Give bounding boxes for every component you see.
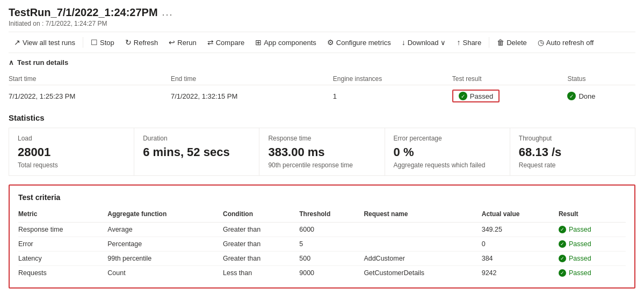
gear-icon: ⚙ xyxy=(327,38,334,47)
section-label: Test run details xyxy=(17,58,68,66)
chevron-down-icon: ∨ xyxy=(440,39,446,47)
criteria-metric-1: Error xyxy=(18,237,107,252)
col-aggregate: Aggregate function xyxy=(107,208,223,223)
view-all-runs-button[interactable]: ↗ View all test runs xyxy=(9,35,81,49)
col-metric: Metric xyxy=(18,208,107,223)
criteria-row: RequestsCountLess than9000GetCustomerDet… xyxy=(18,266,626,280)
download-icon: ↓ xyxy=(402,38,406,47)
more-options-button[interactable]: ... xyxy=(162,7,173,18)
criteria-aggregate-1: Percentage xyxy=(107,237,223,252)
criteria-aggregate-2: 99th percentile xyxy=(107,252,223,266)
engine-instances-value: 1 xyxy=(333,85,452,105)
table-row: 7/1/2022, 1:25:23 PM 7/1/2022, 1:32:15 P… xyxy=(9,85,635,105)
trash-icon: 🗑 xyxy=(497,38,504,47)
start-time-value: 7/1/2022, 1:25:23 PM xyxy=(9,85,171,105)
load-card: Load 28001 Total requests xyxy=(9,128,134,175)
throughput-label: Throughput xyxy=(519,135,626,142)
load-value: 28001 xyxy=(18,145,125,159)
test-run-details-toggle[interactable]: ∧ Test run details xyxy=(9,58,635,66)
criteria-condition-1: Greater than xyxy=(223,237,299,252)
criteria-row: Response timeAverageGreater than6000349.… xyxy=(18,223,626,237)
refresh-button[interactable]: ↻ Refresh xyxy=(120,35,164,49)
stats-cards: Load 28001 Total requests Duration 6 min… xyxy=(9,128,635,176)
configure-metrics-button[interactable]: ⚙ Configure metrics xyxy=(322,35,396,49)
load-sub: Total requests xyxy=(18,161,125,169)
error-percentage-sub: Aggregate requests which failed xyxy=(394,161,501,169)
duration-card: Duration 6 mins, 52 secs xyxy=(134,128,259,175)
criteria-actual_value-1: 0 xyxy=(482,237,559,252)
delete-button[interactable]: 🗑 Delete xyxy=(491,35,532,49)
link-icon: ↗ xyxy=(14,38,20,47)
error-percentage-value: 0 % xyxy=(394,145,501,159)
test-result-value: ✓ Passed xyxy=(452,85,568,105)
criteria-aggregate-0: Average xyxy=(107,223,223,237)
criteria-actual_value-0: 349.25 xyxy=(482,223,559,237)
passed-icon: ✓ xyxy=(559,226,566,233)
criteria-actual_value-3: 9242 xyxy=(482,266,559,280)
response-time-value: 383.00 ms xyxy=(268,145,375,159)
share-icon: ↑ xyxy=(457,38,460,47)
criteria-title: Test criteria xyxy=(18,193,626,202)
status-value: ✓ Done xyxy=(567,85,635,105)
download-button[interactable]: ↓ Download ∨ xyxy=(396,35,452,49)
response-time-card: Response time 383.00 ms 90th percentile … xyxy=(259,128,385,175)
details-table: Start time End time Engine instances Tes… xyxy=(9,73,635,105)
criteria-row: Latency99th percentileGreater than500Add… xyxy=(18,252,626,266)
criteria-metric-2: Latency xyxy=(18,252,107,266)
compare-button[interactable]: ⇄ Compare xyxy=(202,35,250,49)
toolbar-divider xyxy=(83,37,83,48)
col-status: Status xyxy=(567,73,635,85)
col-threshold: Threshold xyxy=(299,208,364,223)
chevron-up-icon: ∧ xyxy=(9,58,14,66)
stop-button[interactable]: ☐ Stop xyxy=(85,35,120,49)
auto-refresh-button[interactable]: ◷ Auto refresh off xyxy=(532,35,599,49)
passed-icon: ✓ xyxy=(559,255,566,262)
test-result-label: Passed xyxy=(470,92,493,100)
share-button[interactable]: ↑ Share xyxy=(451,35,487,49)
error-percentage-card: Error percentage 0 % Aggregate requests … xyxy=(385,128,510,175)
response-time-label: Response time xyxy=(268,135,375,142)
toolbar-divider-2 xyxy=(489,37,489,48)
criteria-result-3: ✓Passed xyxy=(559,266,626,280)
col-start-time: Start time xyxy=(9,73,171,85)
duration-value: 6 mins, 52 secs xyxy=(143,145,250,159)
criteria-table: Metric Aggregate function Condition Thre… xyxy=(18,208,626,280)
passed-check-icon: ✓ xyxy=(459,92,467,100)
rerun-icon: ↩ xyxy=(169,38,175,47)
throughput-card: Throughput 68.13 /s Request rate xyxy=(510,128,635,175)
criteria-condition-3: Less than xyxy=(223,266,299,280)
criteria-row: ErrorPercentageGreater than50✓Passed xyxy=(18,237,626,252)
col-request-name: Request name xyxy=(364,208,481,223)
test-criteria-box: Test criteria Metric Aggregate function … xyxy=(9,184,635,289)
refresh-icon: ↻ xyxy=(125,38,132,47)
response-time-sub: 90th percentile response time xyxy=(268,161,375,169)
clock-icon: ◷ xyxy=(538,38,544,47)
throughput-value: 68.13 /s xyxy=(519,145,626,159)
rerun-button[interactable]: ↩ Rerun xyxy=(163,35,201,49)
criteria-metric-0: Response time xyxy=(18,223,107,237)
criteria-result-2: ✓Passed xyxy=(559,252,626,266)
compare-icon: ⇄ xyxy=(207,38,214,47)
criteria-actual_value-2: 384 xyxy=(482,252,559,266)
col-condition: Condition xyxy=(223,208,299,223)
criteria-threshold-0: 6000 xyxy=(299,223,364,237)
criteria-metric-3: Requests xyxy=(18,266,107,280)
criteria-request_name-3: GetCustomerDetails xyxy=(364,266,481,280)
duration-label: Duration xyxy=(143,135,250,142)
app-components-button[interactable]: ⊞ App components xyxy=(250,35,322,49)
col-end-time: End time xyxy=(171,73,333,85)
col-test-result: Test result xyxy=(452,73,568,85)
app-components-icon: ⊞ xyxy=(255,38,262,47)
end-time-value: 7/1/2022, 1:32:15 PM xyxy=(171,85,333,105)
passed-icon: ✓ xyxy=(559,269,566,277)
passed-icon: ✓ xyxy=(559,240,566,248)
criteria-condition-2: Greater than xyxy=(223,252,299,266)
error-percentage-label: Error percentage xyxy=(394,135,501,142)
criteria-request_name-0 xyxy=(364,223,481,237)
criteria-aggregate-3: Count xyxy=(107,266,223,280)
throughput-sub: Request rate xyxy=(519,161,626,169)
criteria-threshold-2: 500 xyxy=(299,252,364,266)
toolbar: ↗ View all test runs ☐ Stop ↻ Refresh ↩ … xyxy=(9,32,635,53)
criteria-condition-0: Greater than xyxy=(223,223,299,237)
run-subtitle: Initiated on : 7/1/2022, 1:24:27 PM xyxy=(9,20,635,27)
